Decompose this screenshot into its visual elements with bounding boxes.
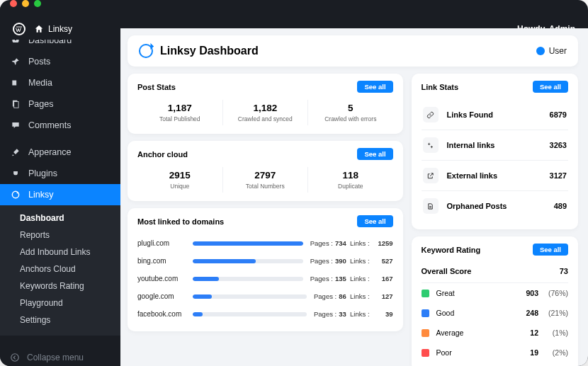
sidebar-item-media[interactable]: Media: [0, 72, 120, 93]
domain-bar: [193, 241, 303, 246]
linksy-icon: [10, 189, 21, 200]
sidebar-item-comments[interactable]: Comments: [0, 115, 120, 136]
stat-value: 1,182: [223, 103, 308, 113]
stat-label: Total Published: [137, 115, 222, 122]
sidebar-item-pages[interactable]: Pages: [0, 93, 120, 115]
stat-cell: 1,187Total Published: [137, 100, 223, 125]
rating-color-swatch: [422, 329, 429, 337]
page-header: Linksy Dashboard User: [128, 35, 578, 67]
link-stats-title: Link Stats: [422, 83, 459, 91]
topbar-brand[interactable]: Linksy: [48, 24, 72, 34]
domain-bar: [193, 294, 307, 299]
sidebar-subitem-add-inbound-links[interactable]: Add Inbound Links: [0, 244, 120, 261]
rating-label: Poor: [436, 348, 516, 357]
sidebar-item-linksy[interactable]: Linksy: [0, 184, 120, 205]
plug-icon: [10, 168, 21, 179]
stat-value: 118: [308, 170, 393, 181]
rating-value: 19: [516, 348, 538, 357]
maximize-dot[interactable]: [34, 0, 41, 7]
close-dot[interactable]: [10, 0, 17, 7]
svg-point-4: [11, 354, 19, 362]
sidebar-subitem-dashboard[interactable]: Dashboard: [0, 210, 120, 227]
stat-cell: 118Duplicate: [308, 167, 393, 193]
sidebar-subitem-reports[interactable]: Reports: [0, 227, 120, 244]
overall-value: 73: [560, 267, 568, 275]
rating-color-swatch: [422, 290, 429, 297]
sidebar-subitem-anchors-cloud[interactable]: Anchors Cloud: [0, 261, 120, 278]
wp-sidebar: DashboardPostsMediaPagesCommentsApperanc…: [0, 7, 120, 366]
stat-label: Crawled with errors: [308, 115, 393, 122]
stat-cell: 2797Total Numbers: [223, 167, 309, 193]
svg-point-3: [12, 191, 18, 198]
sidebar-item-label: Plugins: [28, 168, 57, 178]
sidebar-item-label: Media: [28, 78, 52, 88]
domain-row: youtube.comPages :135 Links :167: [137, 270, 393, 287]
domain-name: youtube.com: [137, 275, 193, 282]
home-icon[interactable]: [34, 24, 44, 34]
rating-label: Good: [436, 309, 516, 317]
minimize-dot[interactable]: [22, 0, 29, 7]
domain-row: google.comPages :86 Links :127: [137, 287, 393, 305]
sidebar-submenu: DashboardReportsAdd Inbound LinksAnchors…: [0, 205, 120, 336]
media-icon: [10, 77, 21, 88]
rating-see-all-button[interactable]: See all: [533, 244, 568, 256]
rating-row: Average12(1%): [422, 323, 568, 343]
sidebar-item-label: Pages: [28, 99, 53, 109]
domain-meta: Pages :135 Links :167: [310, 275, 393, 282]
domain-meta: Pages :86 Links :127: [314, 292, 393, 300]
brush-icon: [10, 147, 21, 158]
wordpress-icon[interactable]: [13, 23, 26, 35]
rating-row: Good248(21%): [422, 303, 568, 323]
overall-label: Overall Score: [422, 267, 472, 275]
domain-meta: Pages :734 Links :1259: [310, 239, 393, 247]
link-stat-label: Internal links: [447, 141, 550, 149]
link-stat-row: Links Found6879: [422, 100, 568, 130]
domain-bar: [193, 277, 303, 281]
domains-see-all-button[interactable]: See all: [357, 215, 392, 227]
rating-pct: (21%): [538, 309, 568, 317]
svg-point-0: [13, 81, 14, 82]
stat-value: 2915: [137, 170, 222, 181]
content-area: Linksy Dashboard User Post Stats See all…: [120, 28, 588, 366]
domain-name: facebook.com: [137, 310, 193, 318]
link-stats-see-all-button[interactable]: See all: [533, 81, 568, 93]
domain-name: bing.com: [137, 257, 193, 265]
link-icon: [423, 107, 439, 122]
stat-value: 1,187: [137, 103, 222, 113]
stat-cell: 1,182Crawled and synced: [223, 100, 309, 125]
post-stats-see-all-button[interactable]: See all: [357, 81, 392, 93]
page-icon: [10, 98, 21, 110]
sidebar-subitem-keywords-rating[interactable]: Keywords Rating: [0, 278, 120, 294]
rating-value: 248: [516, 309, 538, 317]
link-stat-value: 6879: [550, 110, 567, 119]
sidebar-item-posts[interactable]: Posts: [0, 51, 120, 72]
rating-row: Great903(76%): [422, 283, 568, 303]
post-stats-title: Post Stats: [137, 83, 176, 91]
user-label: User: [549, 46, 567, 56]
link-stat-row: Orphaned Posts489: [422, 191, 568, 221]
domains-title: Most linked to domains: [137, 217, 224, 226]
sidebar-item-label: Linksy: [28, 190, 53, 200]
rating-color-swatch: [422, 349, 429, 357]
rating-value: 903: [516, 289, 538, 297]
domain-meta: Pages :33 Links :39: [314, 310, 393, 318]
sidebar-subitem-playground[interactable]: Playground: [0, 294, 120, 311]
stat-cell: 2915Unique: [137, 167, 223, 193]
link-stat-label: Orphaned Posts: [447, 202, 554, 210]
user-indicator[interactable]: User: [536, 46, 567, 56]
collapse-icon: [10, 353, 20, 362]
sidebar-item-plugins[interactable]: Plugins: [0, 163, 120, 184]
rating-title: Keyword Rating: [422, 246, 481, 254]
domain-name: google.com: [137, 292, 193, 300]
linksy-logo-icon: [139, 44, 153, 58]
stat-label: Unique: [137, 183, 222, 190]
domain-row: bing.comPages :390 Links :527: [137, 252, 393, 270]
rating-pct: (2%): [538, 348, 568, 357]
link-stat-value: 3263: [550, 141, 567, 149]
internal-icon: [423, 137, 439, 153]
anchor-cloud-see-all-button[interactable]: See all: [357, 148, 392, 160]
collapse-menu[interactable]: Collapse menu: [0, 344, 120, 366]
window-titlebar: [0, 0, 588, 7]
sidebar-item-apperance[interactable]: Apperance: [0, 142, 120, 163]
sidebar-subitem-settings[interactable]: Settings: [0, 311, 120, 328]
